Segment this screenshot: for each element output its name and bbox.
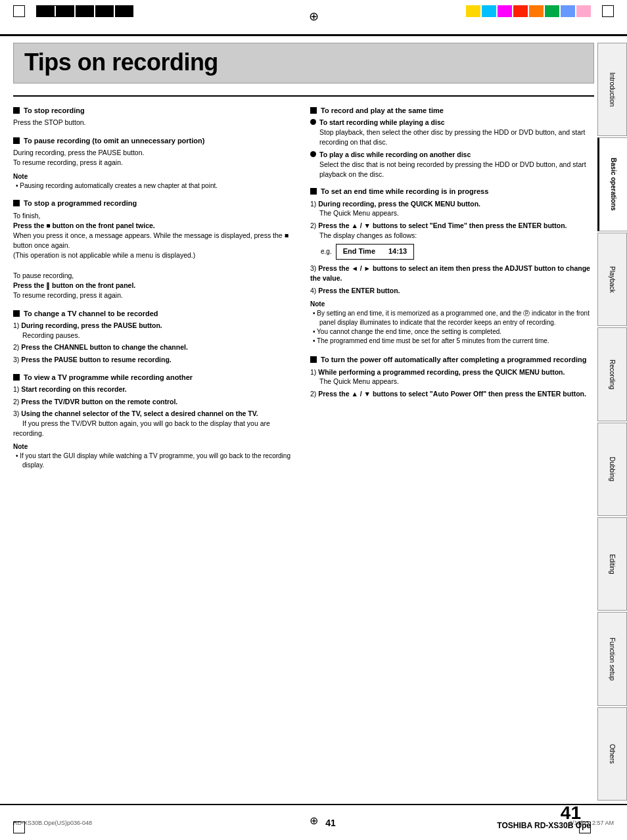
pause-note-text: Pausing recording automatically creates …: [16, 181, 297, 191]
title-divider: [13, 95, 594, 97]
sidebar-tab-introduction[interactable]: Introduction: [597, 43, 627, 136]
black-blocks: [36, 5, 133, 17]
section-stop-recording-title: To stop recording: [24, 106, 85, 115]
main-content: Tips on recording To stop recording Pres…: [13, 43, 594, 801]
end-time-step-4: 4) Press the ENTER button.: [310, 286, 594, 296]
change-channel-step-1: 1) During recording, press the PAUSE but…: [13, 321, 297, 340]
section-stop-programmed-title: To stop a programmed recording: [24, 198, 137, 208]
top-decoration-bar: ⊕: [0, 0, 627, 36]
bottom-left-text: RD-XS30B.Ope(US)p036-048: [13, 820, 92, 826]
section-pause-recording-body: During recording, press the PAUSE button…: [13, 148, 297, 168]
section-pause-recording-header: To pause recording (to omit an unnecessa…: [13, 136, 297, 145]
section-bullet: [13, 374, 20, 381]
view-recording-step-1: 1) Start recording on this recorder.: [13, 385, 297, 394]
power-off-step-2: 2) Press the ▲ / ▼ buttons to select "Au…: [310, 389, 594, 399]
left-column: To stop recording Press the STOP button.…: [13, 106, 297, 470]
sidebar-tab-playback[interactable]: Playback: [597, 233, 627, 326]
section-change-channel-title: To change a TV channel to be recorded: [24, 309, 158, 318]
change-channel-step-2: 2) Press the CHANNEL button to change th…: [13, 342, 297, 352]
view-recording-step-3: 3) Using the channel selector of the TV,…: [13, 409, 297, 438]
section-view-while-recording-body: 1) Start recording on this recorder. 2) …: [13, 385, 297, 438]
bottom-right-corner-mark: [579, 822, 591, 833]
color-blocks: [466, 5, 591, 17]
section-record-play-body: To start recording while playing a disc …: [310, 118, 594, 179]
right-sidebar: Introduction Basic operations Playback R…: [597, 43, 627, 801]
section-bullet: [310, 107, 317, 114]
end-time-step-2: 2) Press the ▲ / ▼ buttons to select "En…: [310, 221, 594, 240]
section-stop-programmed-body: To finish, Press the ■ button on the fro…: [13, 211, 297, 301]
sidebar-tab-others[interactable]: Others: [597, 707, 627, 801]
sidebar-tab-basic-operations[interactable]: Basic operations: [597, 137, 627, 231]
end-time-note-label: Note: [310, 300, 594, 308]
sidebar-tab-editing[interactable]: Editing: [597, 517, 627, 611]
section-end-time-title: To set an end time while recording is in…: [321, 187, 488, 196]
center-crosshair: ⊕: [309, 9, 319, 24]
page-title-bar: Tips on recording: [13, 43, 594, 83]
section-bullet: [310, 188, 317, 195]
end-time-step-1: 1) During recording, press the QUICK MEN…: [310, 199, 594, 218]
record-play-bullet-2: To play a disc while recording on anothe…: [310, 150, 594, 179]
section-bullet: [13, 107, 20, 114]
end-time-step-3: 3) Press the ◄ / ► buttons to select an …: [310, 264, 594, 283]
corner-mark-left: [13, 5, 25, 17]
view-recording-note-text: If you start the GUI display while watch…: [16, 452, 297, 470]
section-power-off-body: 1) While performing a programmed recordi…: [310, 367, 594, 399]
end-time-display-box: End Time 14:13: [336, 244, 414, 260]
record-play-bullet-1: To start recording while playing a disc …: [310, 118, 594, 147]
section-change-channel-body: 1) During recording, press the PAUSE but…: [13, 321, 297, 365]
end-time-note-1: By setting an end time, it is memorized …: [313, 309, 594, 327]
two-column-layout: To stop recording Press the STOP button.…: [13, 106, 594, 470]
sidebar-tab-recording[interactable]: Recording: [597, 327, 627, 421]
section-change-channel-header: To change a TV channel to be recorded: [13, 309, 297, 318]
view-recording-step-2: 2) Press the TV/DVR button on the remote…: [13, 397, 297, 407]
view-recording-note-label: Note: [13, 443, 297, 450]
section-record-play-title: To record and play at the same time: [321, 106, 444, 115]
section-end-time-header: To set an end time while recording is in…: [310, 187, 594, 196]
section-view-while-recording-header: To view a TV programme while recording a…: [13, 373, 297, 382]
sidebar-tab-function-setup[interactable]: Function setup: [597, 612, 627, 705]
top-right-corner-mark: [602, 5, 614, 17]
section-stop-recording-body: Press the STOP button.: [13, 118, 297, 128]
section-stop-programmed-header: To stop a programmed recording: [13, 198, 297, 208]
section-power-off-title: To turn the power off automatically afte…: [321, 355, 586, 364]
bottom-crosshair: ⊕: [310, 814, 318, 827]
end-time-note-2: You cannot change the end time, once the…: [313, 327, 594, 337]
change-channel-step-3: 3) Press the PAUSE button to resume reco…: [13, 355, 297, 365]
section-pause-recording-title: To pause recording (to omit an unnecessa…: [24, 136, 204, 145]
section-bullet: [13, 310, 20, 317]
section-view-while-recording-title: To view a TV programme while recording a…: [24, 373, 193, 382]
section-power-off-header: To turn the power off automatically afte…: [310, 355, 594, 364]
end-time-note-3: The programmed end time must be set for …: [313, 337, 594, 346]
page-title: Tips on recording: [24, 49, 218, 76]
bottom-branding: TOSHIBA RD-XS30B Ope: [497, 821, 591, 830]
section-record-play-header: To record and play at the same time: [310, 106, 594, 115]
bottom-center-page: 41: [325, 818, 336, 828]
pause-note-label: Note: [13, 173, 297, 180]
section-stop-recording-header: To stop recording: [13, 106, 297, 115]
end-time-example: e.g. End Time 14:13: [321, 244, 594, 260]
bottom-left-corner-mark: [13, 822, 25, 833]
sidebar-tab-dubbing[interactable]: Dubbing: [597, 423, 627, 516]
section-bullet: [13, 200, 20, 206]
section-bullet: [13, 137, 20, 144]
power-off-step-1: 1) While performing a programmed recordi…: [310, 367, 594, 386]
right-column: To record and play at the same time To s…: [310, 106, 594, 470]
section-end-time-body: 1) During recording, press the QUICK MEN…: [310, 199, 594, 296]
section-bullet: [310, 356, 317, 363]
